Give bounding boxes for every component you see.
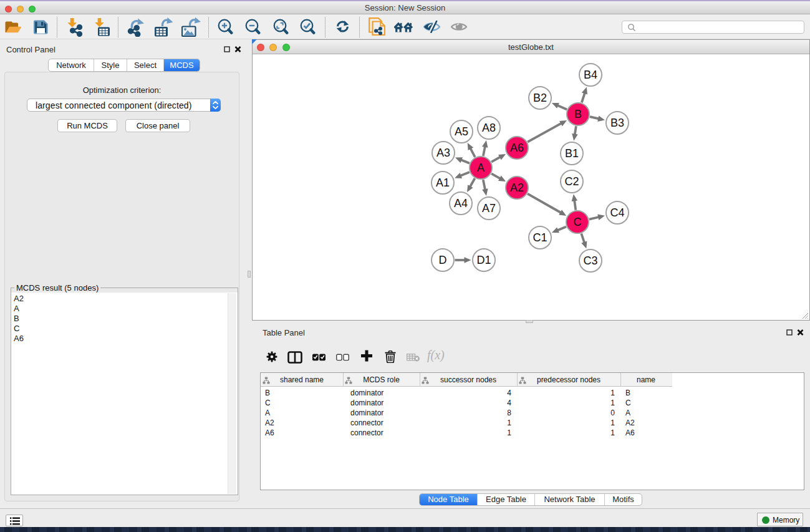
svg-text:A6: A6 [510,142,524,154]
svg-text:A5: A5 [455,125,468,138]
svg-text:A1: A1 [436,177,450,189]
svg-text:B: B [574,108,582,120]
svg-text:B2: B2 [533,92,547,104]
svg-text:C3: C3 [583,254,597,267]
svg-text:A3: A3 [436,147,450,159]
svg-text:B3: B3 [610,117,624,129]
svg-text:D1: D1 [476,254,491,266]
svg-text:A4: A4 [454,197,468,210]
svg-text:B4: B4 [584,69,597,81]
svg-text:B1: B1 [565,147,579,160]
svg-text:C1: C1 [533,231,547,244]
svg-text:C2: C2 [564,175,579,188]
svg-text:C4: C4 [610,206,624,219]
svg-text:C: C [574,216,582,228]
svg-text:A8: A8 [482,122,496,134]
svg-text:A7: A7 [482,202,496,215]
svg-text:D: D [439,254,447,266]
svg-text:A2: A2 [510,181,524,194]
svg-text:A: A [477,162,485,174]
